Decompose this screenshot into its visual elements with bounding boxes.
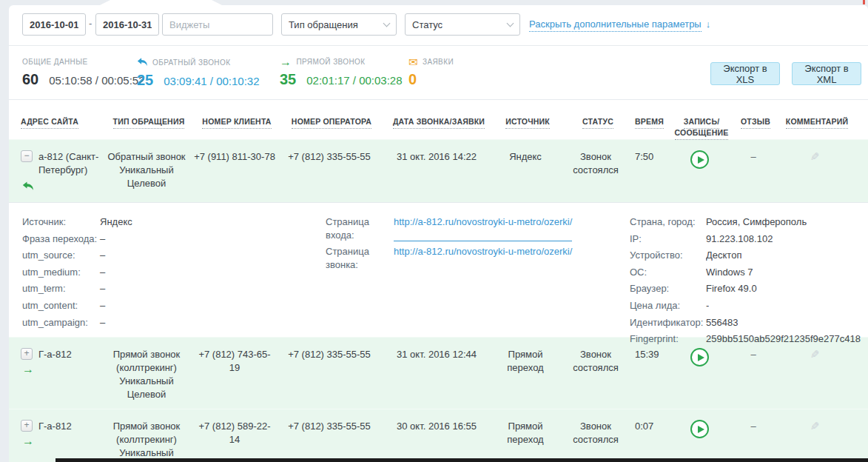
operator-number: +7 (812) 335-55-55 — [280, 420, 383, 460]
detail-label: IP: — [630, 232, 706, 246]
header-source[interactable]: ИСТОЧНИК — [505, 117, 550, 129]
table-header: АДРЕС САЙТА ТИП ОБРАЩЕНИЯ НОМЕР КЛИЕНТА … — [9, 100, 868, 139]
header-record[interactable]: ЗАПИСЬ/ СООБЩЕНИЕ — [675, 117, 729, 140]
edit-comment-icon[interactable]: ✎ — [810, 150, 820, 164]
detail-value: – — [100, 232, 105, 246]
detail-value: 259bb5150ab529f21235f9e277c418 — [706, 332, 861, 346]
site-name: Г-а-812 — [38, 348, 72, 361]
header-operator[interactable]: НОМЕР ОПЕРАТОРА — [292, 117, 371, 129]
detail-value: 556483 — [706, 316, 738, 329]
source: Яндекс — [494, 150, 561, 195]
export-xml-button[interactable]: Экспорт в XML — [792, 62, 861, 85]
header-status[interactable]: СТАТУС — [582, 117, 613, 129]
detail-label: Страница входа: — [326, 215, 394, 241]
detail-value: - — [706, 299, 709, 312]
expand-row-button[interactable]: + — [21, 420, 33, 432]
stat-callback: ОБРАТНЫЙ ЗВОНОК 25 03:09:41 / 00:10:32 — [137, 58, 260, 89]
play-record-button[interactable] — [690, 150, 709, 169]
stats-bar: ОБЩИЕ ДАННЫЕ 60 05:10:58 / 00:05:52 ОБРА… — [9, 46, 868, 100]
stat-total-count: 60 — [22, 71, 38, 88]
duration: 0:07 — [635, 420, 672, 460]
client-number: +7 (911) 811-30-78 — [194, 150, 280, 195]
request-type: Обратный звонок Уникальный Целевой — [104, 150, 194, 195]
more-params-link[interactable]: Раскрыть дополнительные параметры↓ — [529, 19, 710, 30]
widgets-input[interactable] — [162, 13, 273, 36]
collapse-row-button[interactable]: − — [21, 150, 33, 162]
export-xls-button[interactable]: Экспорт в XLS — [710, 62, 780, 85]
detail-value: – — [100, 249, 105, 262]
review-value: – — [731, 348, 780, 401]
stat-direct-label: ПРЯМОЙ ЗВОНОК — [296, 58, 365, 66]
date-to-input[interactable] — [95, 13, 159, 36]
site-name: Г-а-812 — [38, 420, 72, 433]
row-detail-panel: Источник:Яндекс Фраза перехода:– utm_sou… — [9, 202, 868, 337]
review-value: – — [731, 150, 780, 195]
envelope-icon: ✉ — [408, 58, 418, 66]
detail-label: ОС: — [630, 266, 706, 279]
main-panel: - Тип обращения Статус Раскрыть дополнит… — [9, 5, 868, 462]
stat-requests: ✉ ЗАЯВКИ 0 — [408, 58, 454, 88]
request-type-select[interactable]: Тип обращения — [281, 13, 397, 36]
date-range-separator: - — [89, 18, 92, 29]
stat-callback-count: 25 — [137, 72, 153, 89]
detail-label: utm_medium: — [22, 266, 100, 279]
detail-label: utm_source: — [22, 249, 100, 262]
stat-direct: → ПРЯМОЙ ЗВОНОК 35 02:01:17 / 00:03:28 — [280, 58, 403, 88]
status-select-value: Статус — [412, 19, 443, 30]
detail-value: Яндекс — [100, 215, 132, 229]
edit-comment-icon[interactable]: ✎ — [810, 348, 820, 361]
stat-direct-time: 02:01:17 / 00:03:28 — [306, 74, 402, 87]
direct-arrow-icon: → — [280, 58, 292, 66]
edit-comment-icon[interactable]: ✎ — [810, 420, 820, 433]
table-row: − a-812 (Санкт-Петербург) Обратный звоно… — [9, 139, 868, 202]
direct-arrow-icon: → — [22, 366, 99, 373]
duration: 15:39 — [635, 348, 672, 401]
header-comment[interactable]: КОММЕНТАРИЙ — [786, 117, 848, 129]
stat-requests-count: 0 — [408, 71, 417, 88]
operator-number: +7 (812) 335-55-55 — [280, 348, 383, 401]
bottom-edge-bar — [55, 458, 868, 462]
active-tab-stub — [100, 0, 222, 5]
down-arrow-icon: ↓ — [706, 19, 711, 30]
chevron-down-icon — [507, 19, 514, 27]
detail-value: Windows 7 — [706, 266, 753, 279]
review-value: – — [731, 420, 780, 460]
detail-value: – — [100, 282, 105, 295]
header-address[interactable]: АДРЕС САЙТА — [21, 117, 78, 129]
stat-callback-label: ОБРАТНЫЙ ЗВОНОК — [152, 58, 230, 67]
duration: 7:50 — [635, 150, 672, 195]
expand-row-button[interactable]: + — [21, 348, 33, 360]
detail-label: Источник: — [22, 215, 100, 229]
play-record-button[interactable] — [690, 420, 709, 438]
detail-value: – — [100, 299, 105, 312]
red-tick-decoration — [863, 0, 865, 4]
stat-total-label: ОБЩИЕ ДАННЫЕ — [22, 58, 145, 66]
source: Прямой переход — [494, 348, 561, 401]
stat-callback-time: 03:09:41 / 00:10:32 — [164, 75, 259, 87]
header-type[interactable]: ТИП ОБРАЩЕНИЯ — [113, 117, 185, 129]
entry-page-link[interactable]: http://a-812.ru/novostroyki-u-metro/ozer… — [394, 215, 572, 241]
stat-requests-label: ЗАЯВКИ — [423, 58, 454, 66]
call-page-link[interactable]: http://a-812.ru/novostroyki-u-metro/ozer… — [394, 245, 572, 271]
detail-label: Страница звонка: — [326, 245, 394, 271]
status: Звонок состоялся — [561, 150, 635, 195]
status: Звонок состоялся — [561, 348, 635, 401]
stat-total-time: 05:10:58 / 00:05:52 — [49, 74, 144, 87]
header-client[interactable]: НОМЕР КЛИЕНТА — [202, 117, 271, 129]
detail-label: Устройство: — [630, 249, 706, 262]
play-record-button[interactable] — [690, 348, 709, 366]
status: Звонок состоялся — [561, 420, 635, 460]
call-date: 31 окт. 2016 12:44 — [383, 348, 494, 401]
status-select[interactable]: Статус — [405, 13, 520, 36]
header-time[interactable]: ВРЕМЯ — [635, 117, 664, 129]
detail-value: Десктоп — [706, 249, 741, 262]
date-from-input[interactable] — [22, 13, 86, 36]
request-type: Прямой звонок (коллтрекинг) Уникальный — [104, 420, 194, 460]
client-number: +7 (812) 589-22-14 — [194, 420, 280, 460]
page-top-strip — [0, 0, 868, 5]
call-date: 31 окт. 2016 14:22 — [383, 150, 494, 195]
header-review[interactable]: ОТЗЫВ — [741, 117, 770, 129]
detail-label: Фраза перехода: — [22, 232, 100, 246]
detail-label: Браузер: — [630, 282, 706, 295]
header-date[interactable]: ДАТА ЗВОНКА/ЗАЯВКИ — [393, 117, 485, 129]
